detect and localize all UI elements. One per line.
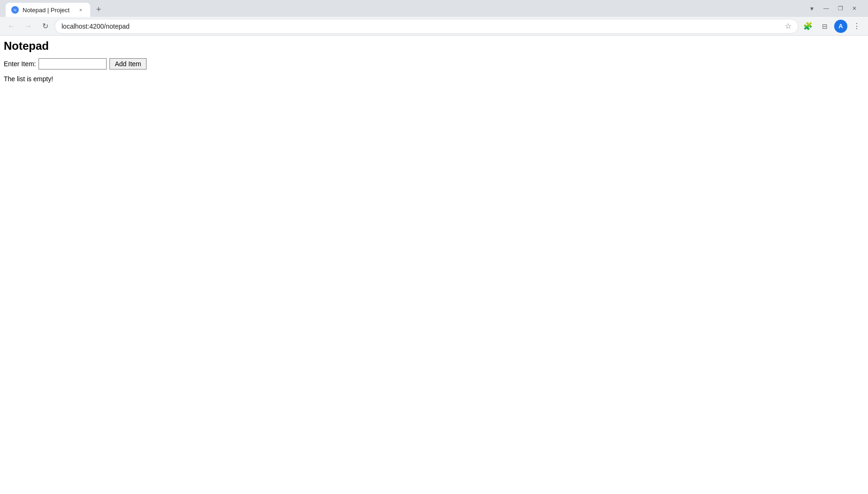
tab-favicon: N: [11, 6, 19, 14]
browser-title-bar: N Notepad | Project × + ▾ — ❐ ✕: [0, 0, 868, 17]
browser-tab-strip: N Notepad | Project × +: [4, 0, 105, 17]
toolbar-right: 🧩 ⊟ A ⋮: [800, 19, 864, 34]
sidebar-button[interactable]: ⊟: [817, 19, 832, 34]
sidebar-icon: ⊟: [822, 23, 828, 30]
active-tab[interactable]: N Notepad | Project ×: [6, 3, 90, 17]
minimize-button[interactable]: —: [820, 2, 832, 15]
address-bar[interactable]: localhost:4200/notepad ☆: [54, 19, 798, 34]
extensions-icon: 🧩: [803, 22, 813, 31]
menu-icon: ⋮: [853, 22, 860, 31]
back-button[interactable]: ←: [4, 19, 19, 34]
enter-item-label: Enter Item:: [4, 60, 36, 68]
restore-button[interactable]: ❐: [834, 2, 846, 15]
browser-chrome: N Notepad | Project × + ▾ — ❐ ✕ ← → ↻ lo…: [0, 0, 868, 36]
profile-avatar[interactable]: A: [834, 20, 847, 33]
tab-title: Notepad | Project: [23, 7, 73, 14]
menu-button[interactable]: ⋮: [849, 19, 864, 34]
forward-button[interactable]: →: [21, 19, 36, 34]
new-tab-button[interactable]: +: [92, 3, 105, 16]
window-close-button[interactable]: ✕: [848, 2, 860, 15]
tab-close-button[interactable]: ×: [77, 6, 85, 14]
window-controls: ▾ — ❐ ✕: [805, 2, 864, 15]
extensions-button[interactable]: 🧩: [800, 19, 815, 34]
address-text: localhost:4200/notepad: [62, 23, 781, 30]
tab-dropdown-button[interactable]: ▾: [805, 2, 818, 15]
bookmark-icon[interactable]: ☆: [785, 22, 791, 31]
add-item-button[interactable]: Add Item: [109, 58, 146, 69]
reload-button[interactable]: ↻: [38, 19, 53, 34]
browser-toolbar: ← → ↻ localhost:4200/notepad ☆ 🧩 ⊟ A ⋮: [0, 17, 868, 36]
enter-item-input[interactable]: [39, 58, 107, 69]
page-content: Notepad Enter Item: Add Item The list is…: [0, 36, 868, 86]
empty-message: The list is empty!: [4, 75, 864, 83]
enter-item-form: Enter Item: Add Item: [4, 58, 864, 69]
page-title: Notepad: [4, 39, 864, 53]
